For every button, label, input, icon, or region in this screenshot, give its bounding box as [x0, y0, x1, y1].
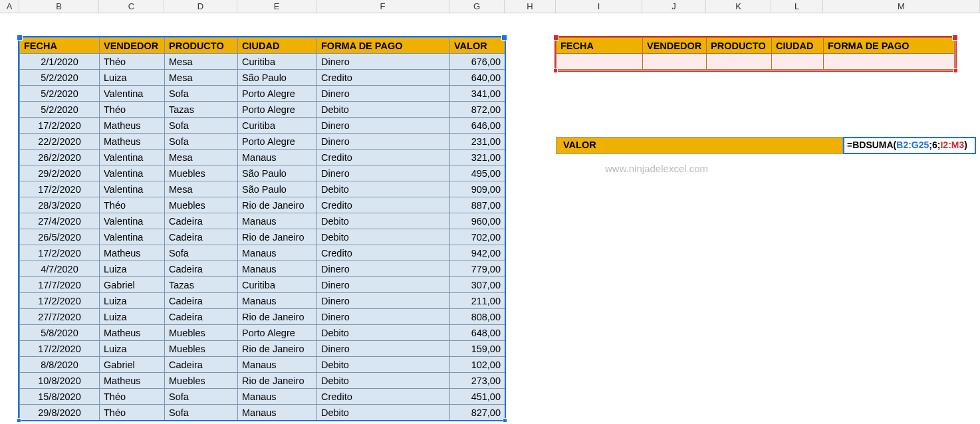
cell-ciudad[interactable]: Manaus — [238, 245, 317, 261]
cell-valor[interactable]: 648,00 — [450, 325, 505, 341]
cell-valor[interactable]: 887,00 — [450, 197, 505, 213]
crit-header-fecha[interactable]: FECHA — [556, 38, 643, 54]
column-header-J[interactable]: J — [642, 0, 706, 13]
cell-fecha[interactable]: 22/2/2020 — [20, 134, 100, 150]
cell-ciudad[interactable]: Rio de Janeiro — [238, 197, 317, 213]
cell-ciudad[interactable]: Manaus — [238, 389, 317, 405]
cell-forma[interactable]: Debito — [317, 405, 450, 421]
cell-ciudad[interactable]: Rio de Janeiro — [238, 341, 317, 357]
cell-ciudad[interactable]: Manaus — [238, 293, 317, 309]
cell-producto[interactable]: Muebles — [165, 325, 238, 341]
cell-valor[interactable]: 159,00 — [450, 341, 505, 357]
table-row[interactable]: 5/2/2020LuizaMesaSão PauloCredito640,00 — [20, 70, 505, 86]
cell-forma[interactable]: Credito — [317, 245, 450, 261]
cell-vendedor[interactable]: Théo — [100, 102, 165, 118]
cell-producto[interactable]: Cadeira — [165, 293, 238, 309]
header-forma[interactable]: FORMA DE PAGO — [317, 38, 450, 54]
cell-vendedor[interactable]: Valentina — [100, 86, 165, 102]
column-header-K[interactable]: K — [706, 0, 771, 13]
criteria-input-row[interactable] — [556, 54, 955, 70]
cell-fecha[interactable]: 4/7/2020 — [20, 261, 100, 277]
table-row[interactable]: 10/8/2020MatheusMueblesRio de JaneiroDeb… — [20, 373, 505, 389]
cell-vendedor[interactable]: Valentina — [100, 181, 165, 197]
cell-ciudad[interactable]: Porto Alegre — [238, 325, 317, 341]
cell-producto[interactable]: Sofa — [165, 118, 238, 134]
cell-vendedor[interactable]: Matheus — [100, 134, 165, 150]
column-header-B[interactable]: B — [19, 0, 99, 13]
table-row[interactable]: 28/3/2020ThéoMueblesRio de JaneiroCredit… — [20, 197, 505, 213]
cell-valor[interactable]: 321,00 — [450, 150, 505, 165]
cell-ciudad[interactable]: Rio de Janeiro — [238, 373, 317, 389]
cell-vendedor[interactable]: Gabriel — [100, 277, 165, 293]
cell-fecha[interactable]: 29/8/2020 — [20, 405, 100, 421]
cell-valor[interactable]: 960,00 — [450, 213, 505, 229]
cell-fecha[interactable]: 17/2/2020 — [20, 181, 100, 197]
cell-fecha[interactable]: 5/8/2020 — [20, 325, 100, 341]
cell-producto[interactable]: Sofa — [165, 405, 238, 421]
cell-vendedor[interactable]: Théo — [100, 197, 165, 213]
cell-vendedor[interactable]: Luiza — [100, 261, 165, 277]
cell-vendedor[interactable]: Théo — [100, 389, 165, 405]
cell-fecha[interactable]: 5/2/2020 — [20, 102, 100, 118]
cell-forma[interactable]: Dinero — [317, 261, 450, 277]
cell-producto[interactable]: Cadeira — [165, 357, 238, 373]
cell-valor[interactable]: 779,00 — [450, 261, 505, 277]
cell-producto[interactable]: Tazas — [165, 102, 238, 118]
cell-valor[interactable]: 231,00 — [450, 134, 505, 150]
cell-valor[interactable]: 211,00 — [450, 293, 505, 309]
cell-fecha[interactable]: 2/1/2020 — [20, 54, 100, 70]
cell-valor[interactable]: 702,00 — [450, 229, 505, 245]
column-header-D[interactable]: D — [164, 0, 237, 13]
crit-header-vendedor[interactable]: VENDEDOR — [643, 38, 707, 54]
cell-vendedor[interactable]: Luiza — [100, 70, 165, 86]
table-row[interactable]: 17/2/2020MatheusSofaCuritibaDinero646,00 — [20, 118, 505, 134]
cell-forma[interactable]: Debito — [317, 181, 450, 197]
table-row[interactable]: 5/2/2020ThéoTazasPorto AlegreDebito872,0… — [20, 102, 505, 118]
cell-fecha[interactable]: 17/2/2020 — [20, 293, 100, 309]
column-header-L[interactable]: L — [771, 0, 823, 13]
cell-producto[interactable]: Tazas — [165, 277, 238, 293]
cell-ciudad[interactable]: São Paulo — [238, 165, 317, 181]
cell-forma[interactable]: Credito — [317, 389, 450, 405]
crit-cell-producto[interactable] — [707, 54, 772, 70]
table-row[interactable]: 26/2/2020ValentinaMesaManausCredito321,0… — [20, 150, 505, 165]
cell-producto[interactable]: Mesa — [165, 70, 238, 86]
cell-valor[interactable]: 102,00 — [450, 357, 505, 373]
cell-valor[interactable]: 827,00 — [450, 405, 505, 421]
cell-producto[interactable]: Cadeira — [165, 229, 238, 245]
cell-vendedor[interactable]: Gabriel — [100, 357, 165, 373]
cell-forma[interactable]: Debito — [317, 373, 450, 389]
column-header-H[interactable]: H — [505, 0, 556, 13]
cell-fecha[interactable]: 17/7/2020 — [20, 277, 100, 293]
cell-ciudad[interactable]: Porto Alegre — [238, 102, 317, 118]
cell-valor[interactable]: 872,00 — [450, 102, 505, 118]
table-row[interactable]: 27/4/2020ValentinaCadeiraManausDebito960… — [20, 213, 505, 229]
cell-ciudad[interactable]: Curitiba — [238, 118, 317, 134]
cell-forma[interactable]: Credito — [317, 150, 450, 165]
cell-forma[interactable]: Dinero — [317, 277, 450, 293]
cell-ciudad[interactable]: Manaus — [238, 357, 317, 373]
cell-valor[interactable]: 273,00 — [450, 373, 505, 389]
cell-vendedor[interactable]: Matheus — [100, 245, 165, 261]
table-row[interactable]: 17/2/2020ValentinaMesaSão PauloDebito909… — [20, 181, 505, 197]
cell-fecha[interactable]: 27/7/2020 — [20, 309, 100, 325]
table-row[interactable]: 4/7/2020LuizaCadeiraManausDinero779,00 — [20, 261, 505, 277]
cell-fecha[interactable]: 15/8/2020 — [20, 389, 100, 405]
cell-ciudad[interactable]: Rio de Janeiro — [238, 309, 317, 325]
table-row[interactable]: 27/7/2020LuizaCadeiraRio de JaneiroDiner… — [20, 309, 505, 325]
cell-producto[interactable]: Mesa — [165, 54, 238, 70]
crit-cell-ciudad[interactable] — [772, 54, 824, 70]
column-header-I[interactable]: I — [556, 0, 642, 13]
cell-ciudad[interactable]: Rio de Janeiro — [238, 229, 317, 245]
cell-producto[interactable]: Muebles — [165, 373, 238, 389]
cell-forma[interactable]: Dinero — [317, 86, 450, 102]
cell-vendedor[interactable]: Matheus — [100, 118, 165, 134]
column-header-F[interactable]: F — [316, 0, 449, 13]
cell-vendedor[interactable]: Théo — [100, 54, 165, 70]
cell-forma[interactable]: Debito — [317, 357, 450, 373]
cell-ciudad[interactable]: São Paulo — [238, 181, 317, 197]
crit-header-producto[interactable]: PRODUCTO — [707, 38, 772, 54]
crit-cell-vendedor[interactable] — [643, 54, 707, 70]
cell-forma[interactable]: Dinero — [317, 165, 450, 181]
cell-producto[interactable]: Sofa — [165, 134, 238, 150]
